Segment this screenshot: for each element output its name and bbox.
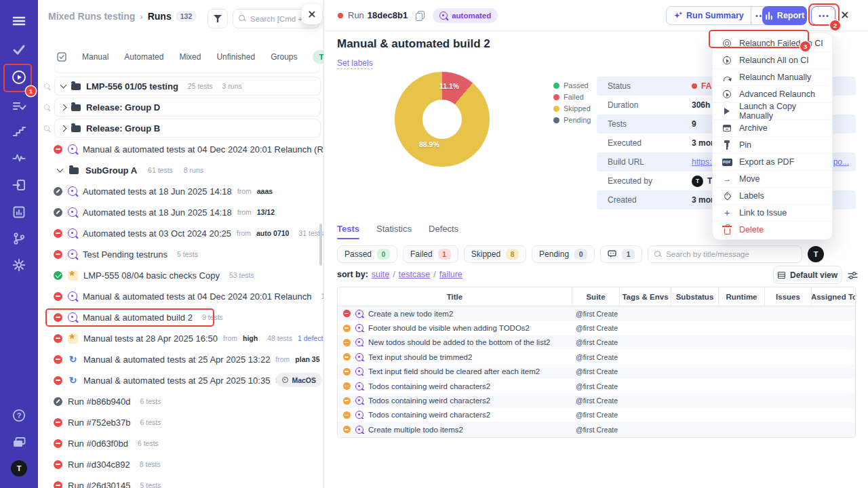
run-group-row[interactable]: Release: Group B [38, 119, 324, 138]
run-summary-button[interactable]: Run Summary [666, 6, 770, 25]
view-settings-icon[interactable] [848, 270, 858, 283]
run-list-item[interactable]: Manual & automated tests at 04 Dec 2024 … [38, 140, 324, 159]
menu-item-pin[interactable]: Pin [713, 136, 832, 153]
tab-defects[interactable]: Defects [429, 224, 458, 234]
run-list-item[interactable]: Manual & automated tests at 04 Dec 2024 … [38, 287, 324, 306]
menu-item-launch-copy-manually[interactable]: Launch a Copy Manually [713, 102, 832, 119]
branch-icon[interactable] [9, 228, 29, 249]
table-row[interactable]: Create a new todo item2@first Create ... [338, 306, 855, 321]
col-title[interactable]: Title [338, 287, 572, 306]
table-row[interactable]: Text input field should be cleared after… [338, 365, 855, 379]
col-runtime[interactable]: Runtime [718, 287, 764, 306]
build-url-tail[interactable]: po... [833, 157, 849, 167]
run-list-item[interactable]: Run #d304c8928 tests [38, 455, 324, 474]
scrollbar-thumb[interactable] [319, 224, 322, 266]
filter-failed[interactable]: Failed1 [403, 245, 458, 263]
copy-icon[interactable] [416, 11, 423, 20]
run-list-item[interactable]: ↻Manual & automated tests at 25 Apr 2025… [38, 371, 324, 390]
col-assigned-to[interactable]: Assigned To [811, 287, 856, 306]
tab-automated[interactable]: Automated [124, 52, 163, 62]
table-row[interactable]: Todos containing weird characters2@first… [338, 379, 855, 393]
col-suite[interactable]: Suite [572, 287, 619, 306]
run-list-item[interactable]: Manual tests at 28 Apr 2025 16:50fromhig… [38, 329, 324, 348]
default-view-button[interactable]: Default view [773, 266, 842, 284]
menu-item-relaunch-manually[interactable]: Relaunch Manually [713, 68, 832, 85]
test-runs-play-icon[interactable] [9, 67, 29, 87]
checklist-icon[interactable] [9, 96, 29, 116]
col-tags-envs[interactable]: Tags & Envs [619, 287, 671, 306]
chevron-down-icon[interactable] [57, 166, 64, 173]
tab-mixed[interactable]: Mixed [179, 52, 201, 62]
run-list-item[interactable]: Run #26d301455 tests [38, 476, 324, 488]
run-list-item[interactable]: Automated tests at 03 Oct 2024 20:25from… [38, 224, 324, 243]
steps-icon[interactable] [9, 121, 29, 142]
run-title: Manual & automated tests at 04 Dec 2024 … [83, 144, 324, 155]
col-substatus[interactable]: Substatus [671, 287, 718, 306]
menu-icon[interactable] [9, 11, 29, 31]
tasks-check-icon[interactable] [9, 39, 29, 60]
tab-unfinished[interactable]: Unfinished [216, 52, 255, 62]
table-row[interactable]: Footer should be visible when adding TOD… [338, 321, 855, 335]
run-list-item[interactable]: Automated tests at 18 Jun 2025 14:18from… [38, 182, 324, 201]
tab-groups[interactable]: Groups [271, 52, 297, 62]
run-list-item[interactable]: ↻Manual & automated tests at 25 Apr 2025… [38, 350, 324, 369]
menu-item-relaunch-all-on-ci[interactable]: Relaunch All on CI [713, 52, 832, 68]
tab-manual[interactable]: Manual [82, 52, 108, 62]
run-list-item[interactable]: Run #0d63f0bd6 tests [38, 434, 324, 453]
run-list-item-selected[interactable]: Manual & automated build 29 tests [38, 308, 324, 327]
filter-skipped[interactable]: Skipped8 [464, 245, 526, 263]
breadcrumb-project[interactable]: Mixed Runs testing [48, 11, 135, 22]
breadcrumb-page[interactable]: Runs [148, 11, 172, 22]
panel-close-button[interactable] [302, 4, 322, 24]
menu-item-move[interactable]: →Move [713, 170, 832, 187]
menu-item-archive[interactable]: Archive [713, 119, 832, 136]
run-subgroup-row[interactable]: SubGroup A61 tests8 runs [38, 161, 324, 180]
table-row[interactable]: Todos containing weird characters2@first… [338, 393, 855, 407]
assignee-avatar[interactable]: T [808, 246, 824, 262]
user-avatar[interactable]: T [11, 460, 27, 476]
analytics-icon[interactable] [9, 202, 29, 222]
run-group-row[interactable]: LMP-556 01/05 testing25 tests3 runs [38, 77, 324, 96]
run-list-item[interactable]: Test Pending testruns5 tests [38, 245, 324, 264]
sort-failure-link[interactable]: failure [439, 270, 462, 279]
filter-comments[interactable]: 1 [600, 245, 642, 263]
menu-item-advanced-relaunch[interactable]: Advanced Relaunch [713, 85, 832, 102]
run-group-row[interactable]: Release: Group D [38, 98, 324, 117]
menu-item-labels[interactable]: Labels [713, 187, 832, 204]
menu-item-relaunch-failed-on-ci[interactable]: Relaunch Failed on CI [713, 35, 832, 52]
run-list-item[interactable]: LMP-555 08/04 basic checks Copy53 tests [38, 266, 324, 285]
table-row[interactable]: Text input should be trimmed2@first Crea… [338, 350, 855, 364]
run-list-item[interactable]: Automated tests at 18 Jun 2025 14:18from… [38, 203, 324, 222]
chevron-right-icon[interactable] [60, 125, 67, 131]
menu-item-export-pdf[interactable]: PDFExport as PDF [713, 153, 832, 170]
tests-search-input[interactable] [666, 250, 781, 258]
set-labels-link[interactable]: Set labels [337, 58, 373, 69]
menu-item-link-to-issue[interactable]: +Link to Issue [713, 204, 832, 221]
table-row[interactable]: Create multiple todo items2@first Create… [338, 422, 855, 436]
sort-testcase-link[interactable]: testcase [399, 270, 431, 279]
filter-passed[interactable]: Passed0 [337, 245, 397, 263]
run-list-item[interactable]: Run #b86b940d6 tests [38, 392, 324, 411]
report-button[interactable]: Report [762, 6, 807, 25]
import-icon[interactable] [9, 175, 29, 195]
chevron-right-icon[interactable] [60, 104, 67, 110]
filter-button[interactable] [208, 9, 228, 28]
menu-item-delete[interactable]: Delete [713, 221, 832, 238]
help-icon[interactable]: ? [9, 405, 29, 426]
filter-pending[interactable]: Pending0 [532, 245, 595, 263]
pulse-icon[interactable] [9, 148, 29, 168]
tests-search[interactable] [648, 245, 802, 263]
run-list-item[interactable]: Run #752eb37b6 tests [38, 413, 324, 432]
defects-link[interactable]: 1 defects [298, 334, 324, 342]
table-row[interactable]: New todos should be added to the bottom … [338, 336, 855, 350]
tab-today-chip[interactable]: To [313, 50, 324, 64]
tab-tests[interactable]: Tests [337, 224, 359, 234]
tab-statistics[interactable]: Statistics [376, 224, 412, 234]
projects-icon[interactable] [9, 432, 29, 452]
col-issues[interactable]: Issues [764, 287, 811, 306]
sort-suite-link[interactable]: suite [372, 270, 389, 279]
chevron-down-icon[interactable] [60, 82, 67, 89]
table-row[interactable]: Todos containing weird characters2@first… [338, 408, 855, 422]
bulk-select-icon[interactable] [57, 52, 66, 62]
settings-icon[interactable] [9, 255, 29, 275]
